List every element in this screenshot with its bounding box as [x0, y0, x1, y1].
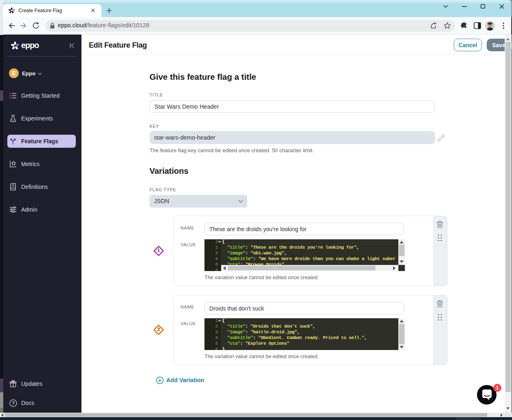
svg-text:?: ? [12, 400, 15, 405]
